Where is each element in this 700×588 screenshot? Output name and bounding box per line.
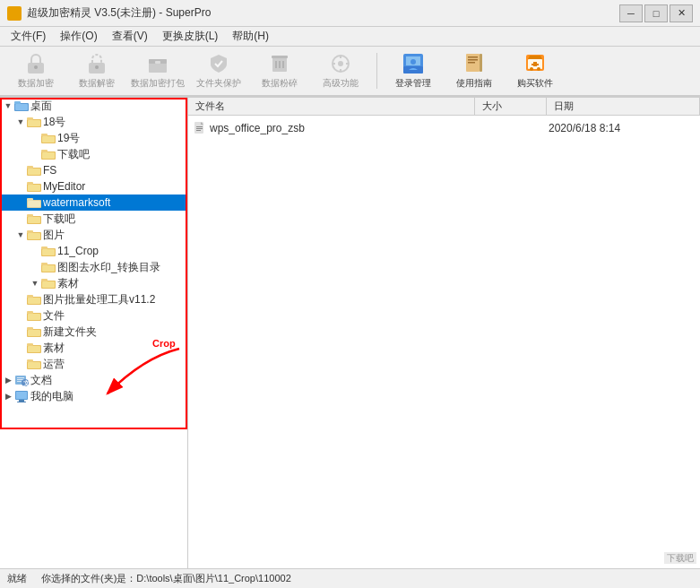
file-row[interactable]: wps_office_pro_zsb 2020/6/18 8:14	[188, 119, 700, 137]
folder-icon-crop11	[41, 245, 56, 257]
status-label-text: 你选择的文件(夹)是：	[41, 572, 136, 585]
svg-rect-76	[27, 327, 33, 330]
col-header-name[interactable]: 文件名	[188, 98, 475, 115]
expand-icon-sucai1[interactable]: ▼	[29, 277, 41, 290]
encrypt-button[interactable]: 数据加密	[7, 49, 65, 92]
svg-rect-99	[196, 128, 203, 129]
svg-rect-11	[272, 56, 288, 58]
svg-rect-6	[155, 61, 160, 64]
svg-rect-82	[27, 359, 33, 362]
svg-rect-100	[196, 130, 201, 131]
svg-rect-43	[41, 150, 48, 152]
status-selected-label: 你选择的文件(夹)是： D:\tools\桌面\图片\11_Crop\11000…	[41, 572, 291, 585]
folder-icon-19hao	[41, 132, 56, 144]
svg-point-30	[537, 67, 540, 71]
advanced-button[interactable]: 高级功能	[312, 49, 369, 92]
svg-point-21	[410, 59, 416, 65]
menu-bar: 文件(F) 操作(O) 查看(V) 更换皮肤(L) 帮助(H)	[0, 27, 700, 47]
tree-item-wenjian[interactable]: ▶ 文件	[0, 307, 187, 324]
computer-icon	[14, 390, 29, 402]
svg-rect-92	[19, 400, 24, 402]
svg-rect-35	[15, 104, 28, 110]
svg-rect-71	[28, 298, 40, 304]
pack-button[interactable]: 数据加密打包	[129, 49, 186, 92]
encrypt-icon	[23, 52, 48, 75]
menu-help[interactable]: 帮助(H)	[225, 27, 276, 46]
protect-button[interactable]: 文件夹保护	[190, 49, 247, 92]
svg-rect-53	[28, 201, 40, 207]
tree-item-sucai2[interactable]: ▶ 素材	[0, 340, 187, 356]
svg-rect-25	[468, 62, 475, 64]
tree-item-18hao[interactable]: ▼ 18号	[0, 114, 187, 130]
menu-skin[interactable]: 更换皮肤(L)	[155, 27, 226, 46]
status-ready: 就绪	[7, 572, 27, 585]
folder-icon-fs	[27, 164, 41, 177]
tree-item-fs[interactable]: ▶ FS	[0, 162, 187, 178]
svg-rect-64	[41, 263, 48, 265]
expand-icon-wendang[interactable]: ▶	[2, 374, 14, 386]
svg-rect-77	[28, 330, 40, 336]
folder-icon-wendang: 文	[14, 374, 29, 386]
svg-rect-44	[42, 152, 55, 159]
tree-item-xiazaba1[interactable]: ▶ 下载吧	[0, 146, 187, 162]
tree-item-sucai1[interactable]: ▼ 素材	[0, 275, 187, 291]
tree-item-mycomputer[interactable]: ▶ 我的电脑	[0, 388, 187, 404]
protect-icon	[206, 52, 231, 75]
expand-icon-19hao[interactable]: ▶	[29, 132, 41, 144]
guide-button[interactable]: 使用指南	[445, 49, 503, 92]
svg-rect-40	[41, 134, 48, 136]
folder-icon-watermarksoft	[27, 196, 41, 209]
status-path: D:\tools\桌面\图片\11_Crop\110002	[136, 572, 290, 585]
login-icon	[401, 52, 426, 75]
tree-item-batchtools[interactable]: ▶ 图片批量处理工具v11.2	[0, 291, 187, 307]
tree-item-newfolder[interactable]: ▶ 新建文件夹	[0, 324, 187, 340]
tree-item-yunying[interactable]: ▶ 运营	[0, 356, 187, 372]
file-list-panel: 文件名 大小 日期 wps_office_pro_zsb 2020/6/18 8…	[188, 98, 700, 568]
decrypt-button[interactable]: 数据解密	[68, 49, 125, 92]
col-header-date[interactable]: 日期	[547, 98, 700, 115]
tree-item-xiazaba2[interactable]: ▶ 下载吧	[0, 211, 187, 227]
expand-icon-xiazaba1[interactable]: ▶	[29, 148, 41, 160]
tree-item-wendang[interactable]: ▶ 文 文档	[0, 372, 187, 388]
tree-item-19hao[interactable]: ▶ 19号	[0, 130, 187, 146]
watermark: 下载吧	[664, 551, 696, 565]
menu-view[interactable]: 查看(V)	[105, 27, 155, 46]
window-controls: ─ □ ✕	[619, 4, 693, 22]
tree-item-desktop[interactable]: ▼ 桌面	[0, 98, 187, 114]
col-header-size[interactable]: 大小	[475, 98, 547, 115]
svg-rect-93	[17, 402, 26, 402]
expand-icon-tupian[interactable]: ▼	[14, 229, 27, 241]
folder-icon-sucai2	[27, 342, 41, 354]
title-bar: 超级加密精灵 V3.5(未注册) - SuperPro ─ □ ✕	[0, 0, 700, 27]
tree-item-crop11[interactable]: ▶ 11_Crop	[0, 243, 187, 259]
toolbar: 数据加密 数据解密 数据加密打包 文件夹保护	[0, 47, 700, 97]
minimize-button[interactable]: ─	[619, 4, 643, 22]
shred-button[interactable]: 数据粉碎	[251, 49, 308, 92]
tree-item-myeditor[interactable]: ▶ MyEditor	[0, 178, 187, 195]
menu-file[interactable]: 文件(F)	[4, 27, 53, 46]
tree-item-watermark-dir[interactable]: ▶ 图图去水印_转换目录	[0, 259, 187, 275]
folder-icon-yunying	[27, 358, 41, 370]
expand-icon-18hao[interactable]: ▼	[14, 116, 27, 128]
expand-icon-desktop[interactable]: ▼	[2, 99, 14, 112]
buy-button[interactable]: 购买软件	[506, 49, 564, 92]
login-button[interactable]: 登录管理	[385, 49, 442, 92]
pack-icon	[145, 52, 170, 75]
menu-action[interactable]: 操作(O)	[53, 27, 104, 46]
file-tree-panel: ▼ 桌面 ▼ 18号 ▶ 19号	[0, 98, 188, 568]
svg-rect-58	[27, 230, 33, 233]
expand-icon-mycomputer[interactable]: ▶	[2, 390, 14, 402]
status-bar: 就绪 你选择的文件(夹)是： D:\tools\桌面\图片\11_Crop\11…	[0, 568, 700, 588]
svg-rect-46	[27, 166, 33, 169]
folder-icon-batchtools	[27, 293, 41, 306]
tree-item-tupian[interactable]: ▼ 图片	[0, 227, 187, 243]
tree-item-watermarksoft[interactable]: ▶ watermarksoft	[0, 195, 187, 211]
close-button[interactable]: ✕	[670, 4, 693, 22]
svg-rect-83	[28, 362, 40, 368]
svg-rect-91	[16, 392, 27, 399]
folder-icon-watermark-dir	[41, 261, 56, 273]
maximize-button[interactable]: □	[644, 4, 668, 22]
svg-rect-73	[27, 311, 33, 314]
file-list-content: wps_office_pro_zsb 2020/6/18 8:14	[188, 116, 700, 568]
folder-icon-sucai1	[41, 277, 56, 290]
